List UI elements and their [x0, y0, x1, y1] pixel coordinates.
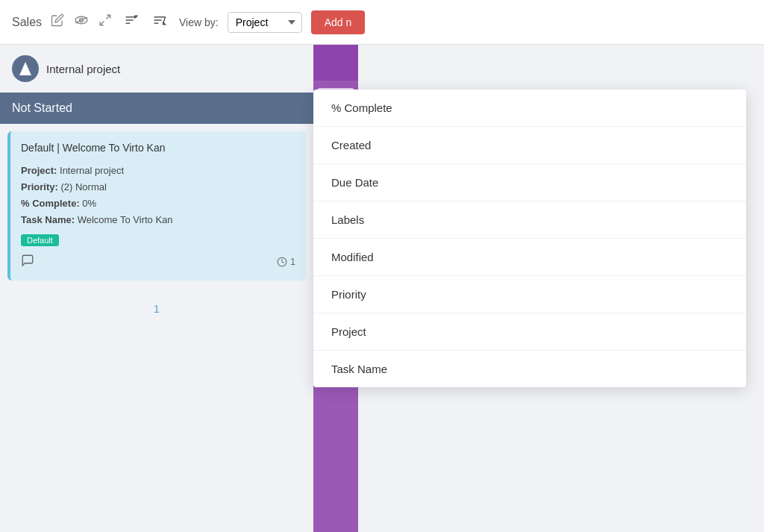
comment-icon[interactable] [21, 254, 34, 270]
dropdown-menu: % Complete Created Due Date Labels Modif… [313, 90, 746, 387]
dropdown-item-task-name[interactable]: Task Name [313, 351, 746, 387]
card-container: Default | Welcome To Virto Kan Project: … [0, 124, 313, 295]
add-button[interactable]: Add n [311, 10, 366, 34]
column-header-not-started: Not Started [0, 93, 313, 124]
dropdown-item-project[interactable]: Project [313, 313, 746, 351]
dropdown-item-modified[interactable]: Modified [313, 239, 746, 276]
project-name: Internal project [46, 63, 120, 75]
card-project: Internal project [60, 165, 124, 176]
sort-desc-icon[interactable] [149, 10, 170, 34]
project-label: Project: [21, 165, 57, 176]
expand-icon[interactable] [98, 13, 112, 31]
card-percent: 0% [82, 198, 96, 209]
card-time-value: 1 [290, 257, 295, 267]
project-header: Internal project [0, 45, 313, 93]
view-by-select[interactable]: Project Assignee Priority Status [228, 12, 302, 33]
priority-label: Priority: [21, 181, 58, 193]
dropdown-item-due-date[interactable]: Due Date [313, 164, 746, 201]
dropdown-item-labels[interactable]: Labels [313, 201, 746, 239]
top-bar-title: Sales [12, 16, 42, 29]
toolbar-icons [121, 10, 170, 34]
taskname-label: Task Name: [21, 214, 75, 225]
view-by-label: View by: [179, 16, 219, 28]
card-time: 1 [277, 257, 295, 267]
eye-icon[interactable] [73, 13, 90, 31]
project-avatar [12, 55, 39, 82]
sort-asc-icon[interactable] [121, 10, 142, 34]
dropdown-item-priority[interactable]: Priority [313, 276, 746, 313]
kanban-card[interactable]: Default | Welcome To Virto Kan Project: … [7, 131, 306, 281]
percent-label: % Complete: [21, 198, 80, 209]
top-bar: Sales [0, 0, 764, 45]
card-priority: (2) Normal [60, 181, 106, 193]
card-taskname: Welcome To Virto Kan [78, 214, 173, 225]
dropdown-item-created[interactable]: Created [313, 127, 746, 164]
card-title: Default | Welcome To Virto Kan [21, 142, 295, 154]
second-column-header [313, 45, 358, 81]
pagination[interactable]: 1 [0, 295, 313, 322]
kanban-column-not-started: Internal project Not Started Default | W… [0, 45, 313, 532]
content-area: Internal project Not Started Default | W… [0, 45, 764, 532]
edit-icon[interactable] [51, 13, 64, 31]
svg-line-4 [100, 22, 104, 25]
card-meta: Project: Internal project Priority: (2) … [21, 163, 295, 228]
card-footer: 1 [21, 254, 295, 270]
card-tag[interactable]: Default [21, 234, 59, 246]
dropdown-item-percent-complete[interactable]: % Complete [313, 90, 746, 127]
svg-line-3 [107, 15, 110, 19]
